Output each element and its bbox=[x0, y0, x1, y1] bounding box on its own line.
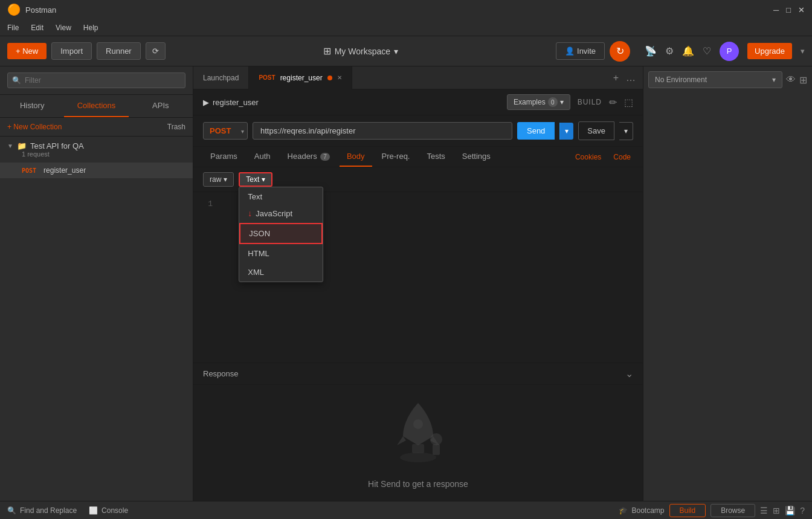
collection-item[interactable]: ▼ 📁 Test API for QA 1 request bbox=[0, 137, 193, 163]
browse-button[interactable]: Browse bbox=[710, 504, 755, 517]
bottom-bar: 🔍 Find and Replace ⬜ Console 🎓 Bootcamp … bbox=[0, 501, 812, 519]
bootcamp-icon: 🎓 bbox=[619, 506, 628, 515]
code-button[interactable]: ⬚ bbox=[624, 97, 633, 108]
env-settings-button[interactable]: ⊞ bbox=[799, 74, 807, 86]
type-option-text[interactable]: Text bbox=[239, 187, 323, 206]
tab-history[interactable]: History bbox=[0, 95, 64, 117]
build-mode-button[interactable]: BUILD bbox=[578, 98, 602, 106]
response-expand-button[interactable]: ⌄ bbox=[625, 368, 633, 379]
url-bar: POST GET PUT DELETE PATCH ▾ Send ▾ Save … bbox=[193, 115, 643, 147]
type-option-html[interactable]: HTML bbox=[239, 244, 323, 263]
close-button[interactable]: ✕ bbox=[798, 5, 805, 15]
req-tab-headers[interactable]: Headers 7 bbox=[280, 147, 337, 167]
upgrade-arrow[interactable]: ▾ bbox=[801, 47, 805, 56]
grid-icon[interactable]: ⊞ bbox=[773, 506, 780, 515]
console-label: Console bbox=[102, 506, 128, 515]
req-tab-settings[interactable]: Settings bbox=[455, 147, 498, 167]
new-button[interactable]: + New bbox=[7, 43, 47, 59]
new-collection-button[interactable]: + New Collection bbox=[7, 123, 62, 131]
type-label: Text bbox=[246, 175, 259, 184]
method-select-wrap: POST GET PUT DELETE PATCH ▾ bbox=[203, 122, 248, 140]
minimize-button[interactable]: ─ bbox=[773, 5, 779, 15]
env-dropdown[interactable]: No Environment ▾ bbox=[648, 71, 782, 88]
more-tabs-button[interactable]: … bbox=[624, 70, 638, 86]
title-bar: 🟠 Postman ─ □ ✕ bbox=[0, 0, 812, 19]
tab-request-name: register_user bbox=[280, 74, 323, 82]
avatar[interactable]: P bbox=[720, 42, 739, 61]
notification-icon[interactable]: 🔔 bbox=[682, 45, 694, 57]
save-button[interactable]: Save bbox=[578, 121, 614, 140]
collection-folder-icon: 📁 bbox=[17, 141, 27, 150]
save-icon[interactable]: 💾 bbox=[785, 506, 795, 515]
workspace-selector[interactable]: ⊞ My Workspace ▾ bbox=[323, 45, 398, 57]
response-label: Response bbox=[203, 369, 239, 378]
response-empty-state: Hit Send to get a response bbox=[193, 385, 643, 501]
examples-button[interactable]: Examples 0 ▾ bbox=[507, 94, 570, 110]
maximize-button[interactable]: □ bbox=[786, 5, 791, 15]
req-tab-body[interactable]: Body bbox=[340, 147, 372, 167]
raw-format-button[interactable]: raw ▾ bbox=[203, 172, 234, 187]
menu-help[interactable]: Help bbox=[83, 24, 98, 32]
method-select[interactable]: POST GET PUT DELETE PATCH bbox=[203, 122, 248, 140]
request-sub-tabs: Params Auth Headers 7 Body Pre-req. Test… bbox=[193, 147, 643, 167]
build-button[interactable]: Build bbox=[669, 504, 706, 517]
settings-icon[interactable]: ⚙ bbox=[665, 45, 674, 57]
response-header: Response ⌄ bbox=[193, 363, 643, 385]
collection-header: ▼ 📁 Test API for QA bbox=[7, 141, 185, 150]
req-tab-auth[interactable]: Auth bbox=[247, 147, 278, 167]
menu-view[interactable]: View bbox=[56, 24, 71, 32]
sidebar-search-area: 🔍 bbox=[0, 66, 193, 95]
bootcamp-button[interactable]: 🎓 Bootcamp bbox=[619, 506, 664, 515]
type-select-button[interactable]: Text ▾ bbox=[239, 172, 272, 187]
svg-point-0 bbox=[400, 453, 436, 462]
sync-indicator[interactable]: ↻ bbox=[610, 41, 630, 62]
tab-launchpad[interactable]: Launchpad bbox=[193, 66, 249, 89]
env-eye-button[interactable]: 👁 bbox=[786, 74, 796, 85]
send-button[interactable]: Send bbox=[517, 122, 555, 140]
import-button[interactable]: Import bbox=[51, 42, 92, 60]
workspace-chevron: ▾ bbox=[394, 47, 398, 56]
add-tab-button[interactable]: + bbox=[611, 70, 621, 86]
help-icon[interactable]: ? bbox=[800, 506, 805, 515]
req-tab-tests[interactable]: Tests bbox=[419, 147, 452, 167]
menu-edit[interactable]: Edit bbox=[31, 24, 44, 32]
send-dropdown-button[interactable]: ▾ bbox=[559, 123, 573, 140]
rocket-illustration bbox=[382, 397, 454, 469]
menu-file[interactable]: File bbox=[7, 24, 19, 32]
upgrade-button[interactable]: Upgrade bbox=[747, 43, 792, 59]
console-item[interactable]: ⬜ Console bbox=[89, 506, 128, 515]
heart-icon[interactable]: ♡ bbox=[703, 45, 711, 57]
search-input[interactable] bbox=[7, 73, 185, 88]
type-option-json[interactable]: JSON bbox=[239, 223, 323, 244]
tab-apis[interactable]: APIs bbox=[129, 95, 193, 117]
type-option-javascript[interactable]: ↓ JavaScript bbox=[239, 206, 323, 223]
cookies-link[interactable]: Cookies bbox=[573, 148, 604, 166]
request-item[interactable]: POST register_user bbox=[0, 163, 193, 178]
tab-collections[interactable]: Collections bbox=[64, 95, 128, 117]
tab-close-button[interactable]: ✕ bbox=[337, 74, 342, 81]
save-dropdown-button[interactable]: ▾ bbox=[619, 122, 633, 140]
code-link[interactable]: Code bbox=[611, 148, 633, 166]
invite-button[interactable]: 👤 Invite bbox=[556, 42, 605, 60]
layout-icon[interactable]: ☰ bbox=[760, 506, 768, 515]
environment-selector[interactable]: No Environment ▾ 👁 ⊞ bbox=[648, 71, 807, 88]
req-tab-prereq[interactable]: Pre-req. bbox=[375, 147, 417, 167]
satellite-icon[interactable]: 📡 bbox=[645, 45, 657, 57]
sync-button[interactable]: ⟳ bbox=[146, 42, 166, 60]
runner-button[interactable]: Runner bbox=[97, 42, 141, 60]
type-option-xml[interactable]: XML bbox=[239, 263, 323, 282]
req-tab-params[interactable]: Params bbox=[203, 147, 245, 167]
url-input[interactable] bbox=[253, 122, 512, 140]
svg-point-1 bbox=[413, 419, 423, 429]
trash-button[interactable]: Trash bbox=[167, 123, 185, 131]
new-collection-bar: + New Collection Trash bbox=[0, 118, 193, 137]
collection-meta: 1 request bbox=[7, 150, 185, 158]
env-label: No Environment bbox=[655, 76, 707, 84]
response-area: Response ⌄ Hit Send to get a response bbox=[193, 363, 643, 501]
edit-button[interactable]: ✏ bbox=[609, 97, 617, 108]
find-replace-item[interactable]: 🔍 Find and Replace bbox=[7, 506, 77, 515]
tab-launchpad-label: Launchpad bbox=[203, 74, 239, 82]
invite-icon: 👤 bbox=[565, 47, 575, 56]
tab-register-user[interactable]: POST register_user ✕ bbox=[249, 66, 352, 89]
method-badge: POST bbox=[19, 167, 39, 175]
